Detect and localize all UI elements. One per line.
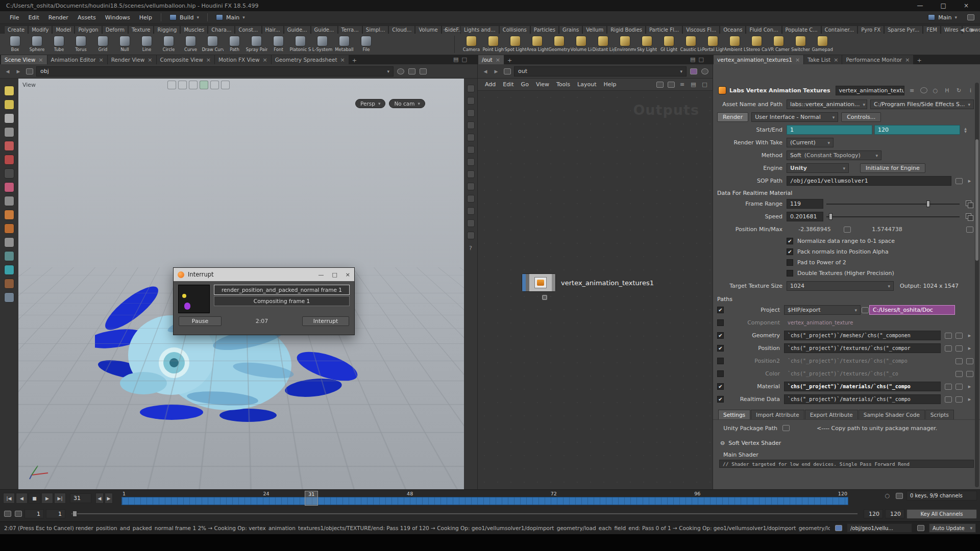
shelf-tool[interactable]: Spot Light (504, 34, 526, 52)
shelf-tool[interactable]: Sphere (26, 34, 48, 52)
shading-mode-icon[interactable] (467, 158, 475, 166)
node-lock-flag[interactable] (526, 274, 529, 291)
initialize-engine-button[interactable]: Initialize for Engine (860, 163, 925, 173)
frame-nudge-icon[interactable]: ▲▼ (962, 126, 969, 134)
close-icon[interactable]: × (964, 2, 969, 9)
project-dropdown[interactable]: $HIP/export▾ (784, 305, 861, 315)
network-menu-item[interactable]: View (532, 80, 553, 89)
speed-slider[interactable] (826, 212, 960, 221)
back-icon[interactable]: ◀ (481, 67, 489, 76)
tab-close-icon[interactable]: × (795, 57, 800, 63)
node-chooser-icon[interactable] (954, 177, 963, 185)
tab-close-icon[interactable]: × (148, 57, 152, 63)
tools-icon[interactable] (655, 80, 664, 89)
shelf-tab[interactable]: Sparse Pyr... (884, 26, 923, 34)
component-field[interactable]: vertex_animation_texture (784, 318, 974, 328)
material-field[interactable]: `chs("_project")`/materials/`chs("_compo (784, 382, 941, 391)
shelf-tab[interactable]: Texture (128, 26, 154, 34)
shelf-tab[interactable]: Fluid Con... (746, 26, 781, 34)
shelf-tab[interactable]: Container... (821, 26, 858, 34)
main-selector[interactable]: Main ▾ (212, 13, 249, 22)
shelf-scroll-right-icon[interactable]: ▶ (968, 26, 978, 34)
box-tool-icon[interactable] (4, 210, 14, 220)
color-field[interactable]: `chs("_project")`/textures/`chs("_co (784, 369, 951, 379)
shelf-tool[interactable]: Stereo Camera (746, 34, 768, 52)
add-pane-tab-button[interactable]: + (914, 57, 924, 64)
pane-tab[interactable]: Performance Monitor × (842, 55, 914, 64)
menu-item[interactable]: Render (44, 13, 73, 22)
checkbox-icon[interactable]: ✔ (717, 396, 724, 403)
shelf-tool[interactable]: Volume Light (570, 34, 592, 52)
shelf-tool[interactable]: Spray Paint (246, 34, 267, 52)
menu-item[interactable]: Assets (73, 13, 101, 22)
overview-icon[interactable]: □ (700, 80, 709, 89)
asset-path-dropdown[interactable]: C:/Program Files/Side Effects S...▾ (870, 99, 974, 109)
shelf-tab[interactable]: Create (4, 26, 28, 34)
position-field[interactable]: `chs("_project")`/textures/`chs("_compor (784, 343, 941, 353)
shelf-toggle-icon[interactable] (966, 13, 975, 22)
shelf-tab[interactable]: Particles (530, 26, 559, 34)
node-box[interactable] (522, 273, 556, 292)
playhead[interactable]: 31 (305, 491, 318, 506)
stop-button[interactable]: ■ (29, 493, 40, 504)
shader-code-preview[interactable]: // Shader targeted for low end devices. … (719, 460, 974, 468)
shelf-tool[interactable]: Ambient Light (724, 34, 746, 52)
shelf-tool[interactable]: Grid (92, 34, 114, 52)
shelf-tab[interactable]: Deform (102, 26, 128, 34)
help-icon[interactable]: ? (467, 244, 475, 253)
pane-tab[interactable]: Geometry Spreadsheet × (272, 55, 349, 64)
render-button[interactable]: Render (717, 112, 748, 122)
slider-handle[interactable] (829, 213, 832, 220)
tab-close-icon[interactable]: × (496, 57, 500, 63)
keyframe-options-icon[interactable] (895, 491, 903, 500)
color-palette-icon[interactable] (689, 67, 698, 76)
back-icon[interactable]: ◀ (4, 67, 12, 76)
shelf-tab[interactable]: Guide... (284, 26, 311, 34)
shelf-tool[interactable]: Geometry Light (548, 34, 570, 52)
folder-icon[interactable] (954, 357, 963, 365)
shelf-tool[interactable]: Portal Light (702, 34, 724, 52)
jump-to-end-button[interactable]: ▶| (54, 493, 66, 504)
network-menu-item[interactable]: Go (518, 80, 532, 89)
clipboard-icon[interactable] (843, 225, 851, 234)
pin-icon[interactable] (700, 67, 709, 76)
audio-icon[interactable] (14, 510, 22, 518)
shelf-tab[interactable]: Viscous Fl... (682, 26, 720, 34)
engine-dropdown[interactable]: Unity▾ (787, 163, 849, 173)
network-path-field[interactable]: out ▾ (514, 66, 687, 77)
shelf-tool[interactable]: Draw Curve (202, 34, 224, 52)
checkbox-icon[interactable]: ✔ (717, 332, 724, 339)
camera-lock-icon[interactable] (467, 219, 475, 227)
node-bypass-flag[interactable] (522, 274, 526, 291)
prev-frame-button[interactable]: ◀ (95, 493, 104, 504)
forward-icon[interactable]: ▶ (492, 67, 500, 76)
snapshot-view-icon[interactable] (467, 232, 475, 239)
clipboard-icon[interactable] (965, 225, 974, 234)
shelf-tool[interactable]: Torus (70, 34, 92, 52)
misc-tool-icon[interactable] (4, 292, 14, 303)
project-path-field[interactable]: C:/Users/t_oshita/Doc (869, 305, 955, 315)
add-shelf-tab-button[interactable]: + (440, 26, 451, 34)
speed-field[interactable]: 0.201681 (787, 212, 823, 221)
render-flag-icon[interactable] (221, 81, 230, 89)
dialog-close-icon[interactable]: × (346, 271, 350, 278)
folder-icon[interactable] (944, 331, 952, 340)
timeline-bar[interactable]: 31 (121, 497, 848, 505)
pane-tab[interactable]: Motion FX View × (215, 55, 272, 64)
menu-item[interactable]: Help (135, 13, 157, 22)
global-start-field[interactable]: 1 (24, 509, 44, 518)
pane-tab[interactable]: Scene View × (1, 55, 47, 64)
network-menu-item[interactable]: Add (481, 80, 499, 89)
shelf-tab[interactable]: Lights and... (460, 26, 499, 34)
settings-tab[interactable]: Scripts (925, 410, 954, 419)
network-menu-item[interactable]: Tools (553, 80, 574, 89)
shelf-tab[interactable]: Rigging (154, 26, 180, 34)
shelf-tool[interactable]: Sky Light (636, 34, 658, 52)
presets-icon[interactable] (954, 395, 963, 404)
select-tool-icon[interactable] (4, 113, 14, 123)
secure-selection-icon[interactable] (4, 127, 14, 137)
folder-icon[interactable] (954, 369, 963, 378)
shelf-tool[interactable]: VR Camera (768, 34, 790, 52)
node-body[interactable] (529, 274, 552, 291)
shelf-tab[interactable]: Chara... (208, 26, 235, 34)
